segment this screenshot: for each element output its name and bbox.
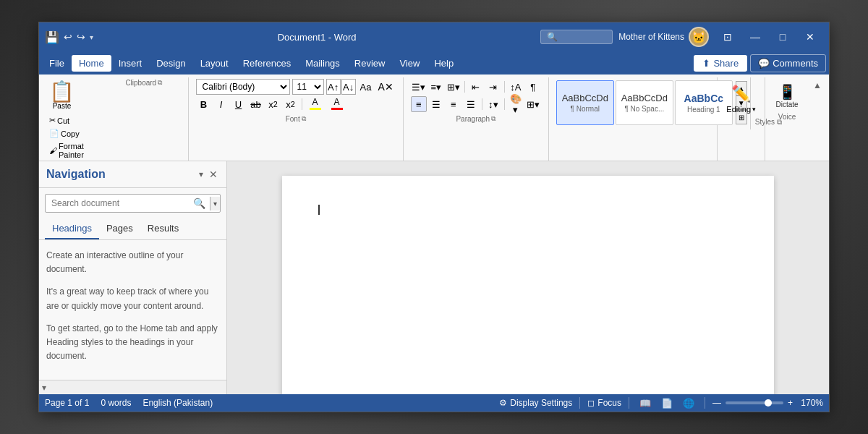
- italic-button[interactable]: I: [213, 96, 229, 112]
- clear-formatting-button[interactable]: A✕: [375, 80, 395, 94]
- subscript-button[interactable]: x2: [265, 96, 281, 112]
- show-formatting-button[interactable]: ¶: [525, 79, 541, 95]
- change-case-button[interactable]: Aa: [358, 80, 374, 94]
- font-size-select[interactable]: 11: [292, 79, 324, 95]
- read-mode-button[interactable]: 📖: [637, 396, 654, 410]
- increase-indent-button[interactable]: ⇥: [485, 79, 501, 95]
- restore-down-button[interactable]: ⊡: [715, 27, 741, 47]
- text-highlight-button[interactable]: A: [305, 96, 326, 112]
- language-info: English (Pakistan): [142, 398, 213, 408]
- ribbon: 📋 Paste ✂ Cut 📄 Copy: [39, 75, 829, 161]
- style-normal[interactable]: AaBbCcDd ¶ Normal: [556, 80, 614, 125]
- bullet-list-button[interactable]: ☰▾: [411, 79, 427, 95]
- para-expander-icon: ⧉: [491, 115, 495, 123]
- minimize-button[interactable]: —: [742, 27, 768, 47]
- paste-icon: 📋: [49, 82, 75, 102]
- copy-button[interactable]: 📄 Copy: [46, 127, 104, 140]
- nav-header: Navigation ▾ ✕: [39, 161, 226, 188]
- multilevel-list-button[interactable]: ⊞▾: [446, 79, 461, 95]
- print-layout-button[interactable]: 📄: [658, 396, 676, 410]
- menu-design[interactable]: Design: [149, 55, 192, 72]
- borders-button[interactable]: ⊞▾: [525, 96, 541, 112]
- shading-button[interactable]: 🎨▾: [508, 96, 524, 112]
- document-area[interactable]: [227, 161, 829, 394]
- zoom-in-button[interactable]: +: [788, 398, 793, 408]
- nav-search-button[interactable]: 🔍: [189, 195, 210, 212]
- sort-button[interactable]: ↕A: [508, 79, 524, 95]
- nav-bottom-dropdown[interactable]: ▾: [42, 383, 46, 393]
- nav-text-1: Create an interactive outline of your do…: [46, 249, 219, 276]
- numbered-list-button[interactable]: ≡▾: [428, 79, 444, 95]
- font-group-label[interactable]: Font ⧉: [193, 114, 399, 125]
- style-no-spacing[interactable]: AaBbCcDd ¶ No Spac...: [616, 80, 673, 125]
- font-color-button[interactable]: A: [327, 96, 347, 112]
- close-button[interactable]: ✕: [797, 27, 823, 47]
- zoom-thumb[interactable]: [765, 399, 772, 407]
- status-divider3: [705, 397, 705, 409]
- zoom-slider[interactable]: [726, 401, 783, 404]
- menu-references[interactable]: References: [236, 55, 298, 72]
- align-left-button[interactable]: ≡: [411, 96, 427, 112]
- cut-button[interactable]: ✂ Cut: [46, 114, 104, 127]
- nav-close-button[interactable]: ✕: [208, 167, 219, 182]
- zoom-out-button[interactable]: —: [712, 398, 721, 408]
- bold-button[interactable]: B: [196, 96, 212, 112]
- font-family-select[interactable]: Calibri (Body): [196, 79, 290, 95]
- save-icon[interactable]: 💾: [45, 30, 59, 44]
- maximize-button[interactable]: □: [770, 27, 796, 47]
- menu-insert[interactable]: Insert: [111, 55, 150, 72]
- menu-file[interactable]: File: [42, 55, 72, 72]
- title-search[interactable]: 🔍: [540, 30, 613, 44]
- focus-button[interactable]: ◻ Focus: [587, 398, 621, 408]
- paste-button[interactable]: 📋 Paste: [46, 80, 77, 111]
- menu-review[interactable]: Review: [347, 55, 393, 72]
- voice-label[interactable]: Voice: [770, 111, 804, 123]
- undo-button[interactable]: ↩: [64, 31, 72, 43]
- nav-tab-results[interactable]: Results: [140, 218, 186, 239]
- document-page[interactable]: [282, 176, 774, 394]
- format-painter-button[interactable]: 🖌 Format Painter: [46, 140, 104, 161]
- zoom-level[interactable]: 170%: [797, 398, 823, 408]
- web-layout-button[interactable]: 🌐: [680, 396, 697, 410]
- font-expander-icon: ⧉: [302, 115, 306, 123]
- menu-help[interactable]: Help: [427, 55, 461, 72]
- menu-home[interactable]: Home: [72, 55, 111, 72]
- window-controls: ⊡ — □ ✕: [715, 27, 823, 47]
- font-group-content: Calibri (Body) 11 A↑ A↓ Aa A✕: [193, 77, 399, 114]
- nav-tab-headings[interactable]: Headings: [45, 218, 99, 239]
- superscript-button[interactable]: x2: [283, 96, 299, 112]
- display-settings-button[interactable]: ⚙ Display Settings: [499, 398, 572, 408]
- align-center-button[interactable]: ☰: [428, 96, 444, 112]
- nav-tab-pages[interactable]: Pages: [99, 218, 140, 239]
- decrease-font-button[interactable]: A↓: [341, 79, 356, 95]
- align-right-button[interactable]: ≡: [446, 96, 461, 112]
- dictate-button[interactable]: 📱 Dictate: [771, 82, 803, 111]
- quick-access-dropdown[interactable]: ▾: [90, 33, 93, 41]
- ribbon-toolbar: 📋 Paste ✂ Cut 📄 Copy: [39, 75, 829, 161]
- editing-button[interactable]: ✏️ Editing ▾: [722, 82, 760, 116]
- menu-mailings[interactable]: Mailings: [298, 55, 347, 72]
- increase-font-button[interactable]: A↑: [326, 79, 341, 95]
- nav-dropdown-button[interactable]: ▾: [197, 168, 205, 181]
- justify-button[interactable]: ☰: [463, 96, 479, 112]
- menu-layout[interactable]: Layout: [193, 55, 236, 72]
- redo-button[interactable]: ↪: [77, 31, 85, 43]
- style-nospace-label: ¶ No Spac...: [624, 105, 664, 113]
- dictate-label: Dictate: [775, 101, 798, 109]
- line-spacing-button[interactable]: ↕▾: [485, 96, 501, 112]
- clipboard-label[interactable]: Clipboard ⧉: [104, 77, 184, 89]
- strikethrough-button[interactable]: ab: [248, 96, 264, 112]
- decrease-indent-button[interactable]: ⇤: [468, 79, 484, 95]
- ribbon-collapse-button[interactable]: ▲: [809, 77, 826, 93]
- share-button[interactable]: ⬆ Share: [694, 55, 747, 72]
- para-group-label[interactable]: Paragraph ⧉: [408, 114, 544, 125]
- menu-view[interactable]: View: [392, 55, 427, 72]
- cut-icon: ✂: [49, 116, 56, 125]
- comments-button[interactable]: 💬 Comments: [750, 54, 826, 72]
- nav-search-dropdown[interactable]: ▾: [210, 197, 220, 210]
- user-avatar: 🐱: [689, 27, 709, 47]
- user-info[interactable]: Mother of Kittens 🐱: [618, 27, 709, 47]
- nav-search-input[interactable]: [46, 195, 189, 211]
- nav-search-box[interactable]: 🔍 ▾: [45, 194, 221, 213]
- underline-button[interactable]: U: [231, 96, 247, 112]
